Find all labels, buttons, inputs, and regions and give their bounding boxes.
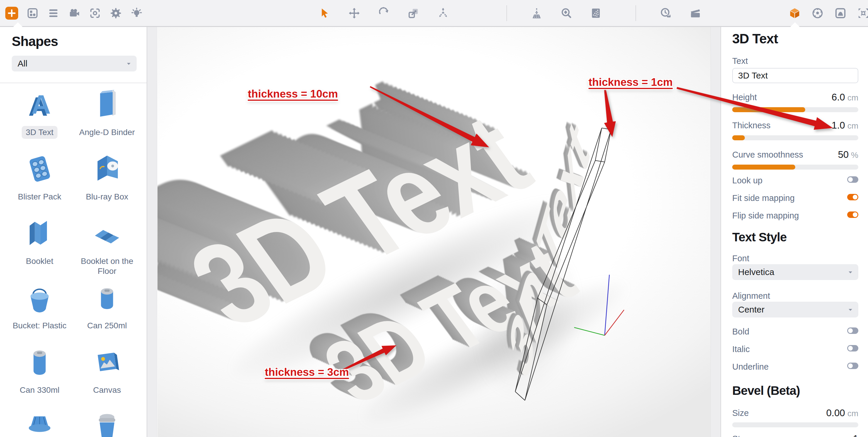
chevron-down-icon bbox=[847, 307, 854, 313]
text-input[interactable] bbox=[732, 68, 858, 83]
preview-loupe-button[interactable] bbox=[560, 7, 573, 20]
bevel-size-slider[interactable] bbox=[732, 423, 858, 427]
shape-item-3D Text[interactable]: 3D Text bbox=[6, 87, 73, 139]
text-style-title: Text Style bbox=[732, 230, 786, 244]
scene-tree-button[interactable] bbox=[47, 7, 60, 20]
shape-item-Angle-D Binder[interactable]: Angle-D Binder bbox=[73, 87, 141, 139]
shape-item-Booklet on the Floor[interactable]: Booklet on the Floor bbox=[73, 216, 141, 277]
shape-item-Can 330ml[interactable]: Can 330ml bbox=[6, 345, 73, 397]
flip-side-mapping-toggle[interactable] bbox=[847, 211, 858, 218]
backdrop-button[interactable] bbox=[589, 7, 602, 20]
select-button[interactable] bbox=[318, 7, 331, 20]
toolbar bbox=[0, 0, 868, 27]
shapes-library-button[interactable] bbox=[26, 7, 39, 20]
rotate-button[interactable] bbox=[377, 7, 390, 20]
scene-image-button[interactable] bbox=[834, 7, 847, 20]
materials-button[interactable] bbox=[811, 7, 824, 20]
bold-toggle[interactable] bbox=[847, 328, 858, 334]
bucket-icon bbox=[22, 280, 57, 315]
shape-item-label: Bucket: Plastic bbox=[8, 319, 71, 332]
decompose-button[interactable] bbox=[857, 7, 868, 20]
shape-item-Blister Pack[interactable]: Blister Pack bbox=[6, 152, 73, 203]
clock-icon bbox=[659, 7, 672, 19]
font-label: Font bbox=[732, 254, 749, 263]
texture-icon bbox=[590, 7, 602, 19]
cup-icon bbox=[90, 409, 124, 437]
camera-icon bbox=[68, 7, 80, 19]
shape-item-Can 250ml[interactable]: Can 250ml bbox=[73, 280, 141, 332]
list-icon bbox=[47, 7, 60, 19]
application-window: Shapes All 3D TextAngle-D BinderBlister … bbox=[0, 0, 868, 437]
alignment-value: Center bbox=[738, 305, 765, 314]
toolbar-group-transform bbox=[318, 0, 450, 26]
chevron-down-icon bbox=[125, 61, 132, 67]
toolbar-group-right bbox=[788, 0, 868, 26]
cube-icon bbox=[788, 7, 801, 19]
canvas-icon bbox=[90, 345, 124, 379]
chevron-down-icon bbox=[847, 269, 854, 276]
shapes-filter-value: All bbox=[18, 59, 27, 69]
add-shape-button[interactable] bbox=[5, 7, 18, 20]
shape-item-cup[interactable] bbox=[73, 409, 141, 437]
toolbar-group-scene bbox=[530, 0, 602, 26]
italic-label: Italic bbox=[732, 344, 750, 354]
shape-item-Canvas[interactable]: Canvas bbox=[73, 345, 141, 397]
bold-label: Bold bbox=[732, 327, 749, 337]
bevel-size-row: Size 0.00cm bbox=[732, 407, 858, 419]
shapes-grid: 3D TextAngle-D BinderBlister PackBlu-ray… bbox=[0, 83, 147, 437]
can330-icon bbox=[22, 345, 57, 379]
bluray-icon bbox=[90, 152, 124, 186]
shapes-panel: Shapes All 3D TextAngle-D BinderBlister … bbox=[0, 27, 147, 437]
gear-icon bbox=[110, 7, 122, 19]
expand-icon bbox=[857, 7, 868, 19]
look-up-label: Look up bbox=[732, 176, 763, 186]
animation-button[interactable] bbox=[689, 7, 702, 20]
shape-item-label: Angle-D Binder bbox=[75, 126, 139, 139]
drop-to-floor-button[interactable] bbox=[530, 7, 543, 20]
toolbar-group-left bbox=[5, 0, 143, 26]
underline-toggle[interactable] bbox=[847, 363, 858, 369]
clapper-icon bbox=[689, 7, 702, 19]
curve-smoothness-slider[interactable] bbox=[732, 165, 858, 170]
snapshot-button[interactable] bbox=[89, 7, 101, 20]
bookletfloor-icon bbox=[90, 216, 124, 251]
move-button[interactable] bbox=[348, 7, 361, 20]
ball-icon bbox=[811, 7, 824, 19]
lighting-button[interactable] bbox=[130, 7, 143, 20]
scale-button[interactable] bbox=[407, 7, 420, 20]
fit-side-mapping-toggle[interactable] bbox=[847, 194, 858, 200]
font-dropdown[interactable]: Helvetica bbox=[732, 264, 858, 280]
shape-item-label: Booklet bbox=[22, 255, 57, 268]
height-slider[interactable] bbox=[732, 107, 858, 112]
cap-icon bbox=[22, 409, 57, 437]
shapes-filter-dropdown[interactable]: All bbox=[12, 56, 137, 71]
shape-item-label: 3D Text bbox=[22, 126, 58, 139]
drop-icon bbox=[530, 7, 543, 19]
distribute-button[interactable] bbox=[437, 7, 450, 20]
shape-item-Bucket: Plastic[interactable]: Bucket: Plastic bbox=[6, 280, 73, 332]
shape-item-Blu-ray Box[interactable]: Blu-ray Box bbox=[73, 152, 141, 203]
shape-properties-button[interactable] bbox=[788, 7, 801, 20]
shape-item-Booklet[interactable]: Booklet bbox=[6, 216, 73, 268]
move-icon bbox=[348, 7, 361, 19]
shapes-panel-title: Shapes bbox=[12, 33, 58, 49]
italic-toggle[interactable] bbox=[847, 345, 858, 351]
scale-icon bbox=[407, 7, 420, 19]
render-queue-button[interactable] bbox=[659, 7, 672, 20]
shapes-scrollbar[interactable] bbox=[147, 27, 157, 437]
look-up-toggle[interactable] bbox=[847, 176, 858, 183]
shape-item-cap[interactable] bbox=[6, 409, 73, 437]
settings-button[interactable] bbox=[110, 7, 122, 20]
toolbar-separator bbox=[636, 5, 636, 21]
image-icon bbox=[834, 7, 846, 19]
alignment-dropdown[interactable]: Center bbox=[732, 302, 858, 317]
thickness-slider[interactable] bbox=[732, 135, 858, 140]
cameras-button[interactable] bbox=[68, 7, 81, 20]
shape-item-label: Can 250ml bbox=[83, 319, 131, 332]
thickness-row: Thickness 1.0cm bbox=[732, 120, 858, 131]
viewport-3d[interactable]: 3D Text 3D Text 3D Text bbox=[157, 27, 711, 437]
underline-label: Underline bbox=[732, 362, 769, 372]
cursor-icon bbox=[318, 7, 331, 19]
loupe-icon bbox=[560, 7, 572, 19]
inspector-scrollbar[interactable] bbox=[711, 27, 720, 437]
